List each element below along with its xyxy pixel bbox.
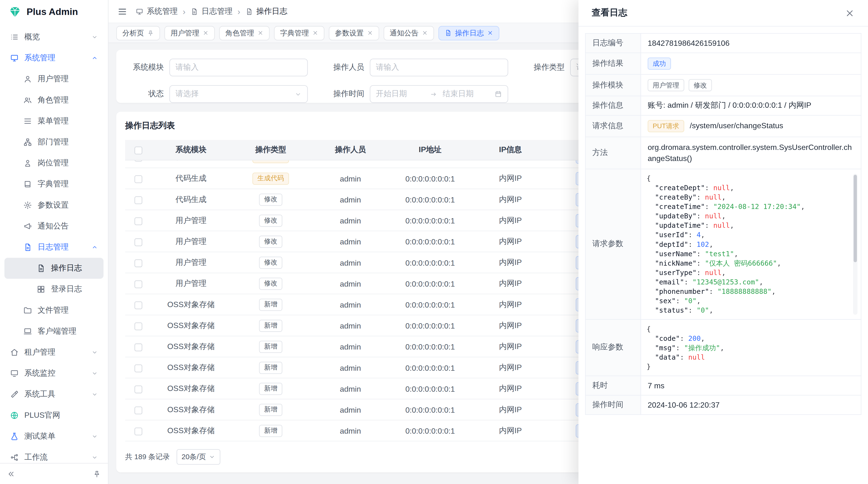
module-input[interactable]: 请输入 bbox=[169, 59, 308, 76]
badge-group: 成功 bbox=[648, 58, 671, 70]
status-badge: 成功 bbox=[648, 58, 671, 70]
tab-label: 字典管理 bbox=[280, 28, 309, 38]
detail-label: 操作信息 bbox=[585, 96, 641, 115]
tab-operlog[interactable]: 操作日志 bbox=[438, 26, 499, 40]
module-cell: OSS对象存储 bbox=[152, 294, 230, 315]
menu-icon bbox=[23, 117, 32, 126]
operation-type-badge: 新增 bbox=[259, 298, 282, 311]
sidebar-item-label: 通知公告 bbox=[38, 221, 69, 231]
placeholder-text: 请输入 bbox=[376, 62, 502, 72]
checkbox-cell bbox=[125, 294, 152, 315]
operation-type-badge: 修改 bbox=[259, 235, 282, 247]
sidebar-menu: 概览系统管理用户管理角色管理菜单管理部门管理岗位管理字典管理参数设置通知公告日志… bbox=[0, 24, 108, 463]
close-drawer-icon[interactable] bbox=[845, 8, 855, 18]
sidebar-item-param[interactable]: 参数设置 bbox=[4, 195, 103, 216]
sidebar-item-test[interactable]: 测试菜单 bbox=[4, 426, 103, 447]
type-cell: 修改 bbox=[230, 189, 311, 210]
row-checkbox[interactable] bbox=[134, 238, 142, 246]
row-checkbox[interactable] bbox=[134, 175, 142, 183]
doc-icon bbox=[444, 29, 452, 37]
ip-cell: 0:0:0:0:0:0:0:1 bbox=[390, 231, 470, 252]
close-tab-icon[interactable] bbox=[367, 30, 373, 36]
detail-value-info: 账号: admin / 研发部门 / 0:0:0:0:0:0:0:1 / 内网I… bbox=[641, 96, 861, 115]
menu-toggle-icon[interactable] bbox=[117, 6, 127, 16]
close-tab-icon[interactable] bbox=[422, 30, 428, 36]
sidebar-item-post[interactable]: 岗位管理 bbox=[4, 153, 103, 173]
sidebar-item-loginlog[interactable]: 登录日志 bbox=[4, 279, 103, 300]
tab-dict[interactable]: 字典管理 bbox=[274, 26, 324, 40]
user-icon bbox=[23, 75, 32, 84]
row-checkbox[interactable] bbox=[134, 427, 142, 435]
filter-status: 状态请选择 bbox=[125, 85, 308, 103]
row-checkbox[interactable] bbox=[134, 259, 142, 267]
tab-notice[interactable]: 通知公告 bbox=[383, 26, 434, 40]
breadcrumb-item[interactable]: 操作日志 bbox=[245, 6, 287, 16]
sidebar-item-notice[interactable]: 通知公告 bbox=[4, 216, 103, 237]
tab-user[interactable]: 用户管理 bbox=[164, 26, 215, 40]
checkbox-cell bbox=[125, 168, 152, 189]
time-daterange[interactable]: 开始日期结束日期 bbox=[370, 85, 508, 103]
checkbox-cell bbox=[125, 315, 152, 336]
chevron-down-icon bbox=[91, 454, 98, 461]
close-tab-icon[interactable] bbox=[257, 30, 264, 36]
operator-cell: admin bbox=[311, 399, 390, 420]
breadcrumb-separator: › bbox=[183, 7, 185, 15]
operation-type-badge: 修改 bbox=[259, 256, 282, 268]
detail-label: 耗时 bbox=[585, 376, 641, 395]
pin-sidebar-icon[interactable] bbox=[93, 470, 101, 478]
collapse-sidebar-icon[interactable] bbox=[7, 470, 15, 478]
row-checkbox[interactable] bbox=[134, 196, 142, 204]
sidebar-item-operlog[interactable]: 操作日志 bbox=[4, 258, 103, 279]
ip-cell: 0:0:0:0:0:0:0:1 bbox=[390, 252, 470, 273]
sidebar-item-system[interactable]: 系统管理 bbox=[4, 47, 103, 68]
ip-cell: 0:0:0:0:0:0:0:1 bbox=[390, 315, 470, 336]
row-checkbox[interactable] bbox=[134, 280, 142, 288]
row-checkbox[interactable] bbox=[134, 343, 142, 351]
sidebar-item-tenant[interactable]: 租户管理 bbox=[4, 342, 103, 363]
row-checkbox[interactable] bbox=[134, 301, 142, 309]
sidebar-item-file[interactable]: 文件管理 bbox=[4, 300, 103, 321]
operation-type-badge: 新增 bbox=[259, 361, 282, 374]
page-size-select[interactable]: 20条/页 bbox=[177, 449, 220, 464]
sidebar-item-monitor[interactable]: 系统监控 bbox=[4, 363, 103, 384]
checkbox-cell bbox=[125, 252, 152, 273]
filter-label: 状态 bbox=[125, 89, 164, 99]
sidebar-item-role[interactable]: 角色管理 bbox=[4, 90, 103, 110]
close-tab-icon[interactable] bbox=[203, 30, 209, 36]
tab-analysis[interactable]: 分析页 bbox=[116, 26, 160, 40]
sidebar-item-dept[interactable]: 部门管理 bbox=[4, 132, 103, 153]
column-header: 操作人员 bbox=[311, 140, 390, 160]
row-checkbox[interactable] bbox=[134, 407, 142, 414]
status-select[interactable]: 请选择 bbox=[169, 85, 308, 103]
row-checkbox[interactable] bbox=[134, 364, 142, 372]
module-cell: OSS对象存储 bbox=[152, 378, 230, 399]
operator-input[interactable]: 请输入 bbox=[370, 59, 508, 76]
sidebar-item-dict[interactable]: 字典管理 bbox=[4, 174, 103, 195]
ip-cell: 0:0:0:0:0:0:0:1 bbox=[390, 336, 470, 357]
column-header: 操作类型 bbox=[230, 140, 311, 160]
operator-cell: admin bbox=[311, 160, 390, 168]
sidebar-item-log[interactable]: 日志管理 bbox=[4, 237, 103, 258]
tab-param[interactable]: 参数设置 bbox=[329, 26, 379, 40]
tab-label: 操作日志 bbox=[455, 28, 484, 38]
row-checkbox[interactable] bbox=[134, 160, 142, 162]
sidebar-item-website[interactable]: PLUS官网 bbox=[4, 405, 103, 426]
sidebar-item-tools[interactable]: 系统工具 bbox=[4, 384, 103, 405]
breadcrumb-item[interactable]: 系统管理 bbox=[136, 6, 178, 16]
sidebar-item-client[interactable]: 客户端管理 bbox=[4, 321, 103, 342]
tab-label: 通知公告 bbox=[390, 28, 418, 38]
sidebar-item-user[interactable]: 用户管理 bbox=[4, 69, 103, 90]
close-tab-icon[interactable] bbox=[487, 30, 493, 36]
sidebar-item-menu[interactable]: 菜单管理 bbox=[4, 110, 103, 132]
row-checkbox[interactable] bbox=[134, 322, 142, 330]
row-checkbox[interactable] bbox=[134, 385, 142, 393]
code-scrollbar[interactable] bbox=[853, 173, 858, 315]
close-tab-icon[interactable] bbox=[312, 30, 318, 36]
total-records: 共 189 条记录 bbox=[125, 452, 170, 462]
select-all-checkbox[interactable] bbox=[134, 147, 142, 154]
sidebar-item-overview[interactable]: 概览 bbox=[4, 27, 103, 47]
breadcrumb-item[interactable]: 日志管理 bbox=[190, 6, 232, 16]
tab-role[interactable]: 角色管理 bbox=[219, 26, 270, 40]
row-checkbox[interactable] bbox=[134, 217, 142, 225]
sidebar-item-workflow[interactable]: 工作流 bbox=[4, 447, 103, 463]
